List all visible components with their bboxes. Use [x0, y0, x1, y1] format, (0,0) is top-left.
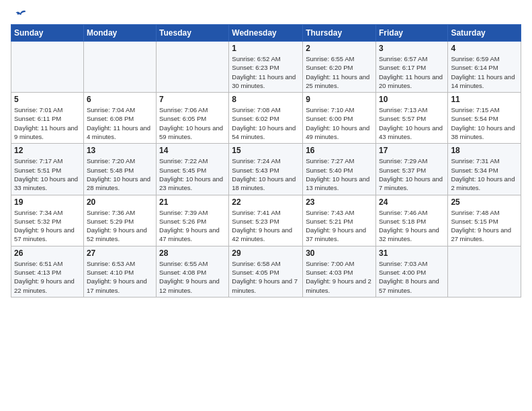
week-row-3: 12Sunrise: 7:17 AM Sunset: 5:51 PM Dayli…: [11, 144, 521, 195]
day-number: 19: [14, 197, 81, 207]
day-info: Sunrise: 7:00 AM Sunset: 4:03 PM Dayligh…: [306, 259, 373, 295]
day-number: 26: [14, 248, 81, 258]
day-number: 15: [232, 146, 300, 155]
week-row-5: 26Sunrise: 6:51 AM Sunset: 4:13 PM Dayli…: [11, 246, 521, 297]
day-info: Sunrise: 7:46 AM Sunset: 5:18 PM Dayligh…: [379, 208, 445, 244]
day-number: 31: [379, 248, 445, 258]
day-cell-13: 13Sunrise: 7:20 AM Sunset: 5:48 PM Dayli…: [83, 144, 156, 195]
day-cell-7: 7Sunrise: 7:06 AM Sunset: 6:05 PM Daylig…: [157, 93, 229, 144]
day-info: Sunrise: 7:41 AM Sunset: 5:23 PM Dayligh…: [232, 208, 300, 244]
day-number: 21: [159, 197, 226, 207]
day-cell-5: 5Sunrise: 7:01 AM Sunset: 6:11 PM Daylig…: [11, 93, 84, 144]
calendar: SundayMondayTuesdayWednesdayThursdayFrid…: [11, 24, 521, 298]
day-info: Sunrise: 7:01 AM Sunset: 6:11 PM Dayligh…: [14, 105, 81, 141]
day-cell-11: 11Sunrise: 7:15 AM Sunset: 5:54 PM Dayli…: [448, 93, 521, 144]
week-row-1: 1Sunrise: 6:52 AM Sunset: 6:23 PM Daylig…: [11, 42, 521, 93]
day-number: 23: [306, 197, 373, 207]
day-number: 7: [159, 95, 226, 104]
day-number: 22: [232, 197, 300, 207]
day-cell-22: 22Sunrise: 7:41 AM Sunset: 5:23 PM Dayli…: [229, 195, 303, 246]
day-number: 3: [379, 44, 445, 53]
week-row-2: 5Sunrise: 7:01 AM Sunset: 6:11 PM Daylig…: [11, 93, 521, 144]
day-info: Sunrise: 7:27 AM Sunset: 5:40 PM Dayligh…: [306, 156, 373, 192]
day-cell-25: 25Sunrise: 7:48 AM Sunset: 5:15 PM Dayli…: [448, 195, 521, 246]
day-info: Sunrise: 6:53 AM Sunset: 4:10 PM Dayligh…: [87, 259, 153, 295]
day-cell-27: 27Sunrise: 6:53 AM Sunset: 4:10 PM Dayli…: [83, 246, 156, 297]
day-number: 8: [232, 95, 300, 104]
day-info: Sunrise: 7:36 AM Sunset: 5:29 PM Dayligh…: [87, 208, 153, 244]
day-number: 18: [451, 146, 518, 155]
day-cell-9: 9Sunrise: 7:10 AM Sunset: 6:00 PM Daylig…: [303, 93, 376, 144]
day-info: Sunrise: 7:03 AM Sunset: 4:00 PM Dayligh…: [379, 259, 445, 295]
day-info: Sunrise: 6:55 AM Sunset: 4:08 PM Dayligh…: [159, 259, 226, 295]
day-info: Sunrise: 7:22 AM Sunset: 5:45 PM Dayligh…: [159, 156, 226, 192]
day-cell-18: 18Sunrise: 7:31 AM Sunset: 5:34 PM Dayli…: [448, 144, 521, 195]
weekday-header-monday: Monday: [83, 25, 156, 42]
empty-cell: [157, 42, 229, 93]
weekday-header-wednesday: Wednesday: [229, 25, 303, 42]
day-info: Sunrise: 7:39 AM Sunset: 5:26 PM Dayligh…: [159, 208, 226, 244]
day-cell-4: 4Sunrise: 6:59 AM Sunset: 6:14 PM Daylig…: [448, 42, 521, 93]
day-info: Sunrise: 7:31 AM Sunset: 5:34 PM Dayligh…: [451, 156, 518, 192]
logo-bird-icon: [13, 7, 27, 20]
day-info: Sunrise: 7:24 AM Sunset: 5:43 PM Dayligh…: [232, 156, 300, 192]
day-number: 20: [87, 197, 153, 207]
logo: [11, 7, 28, 20]
day-cell-2: 2Sunrise: 6:55 AM Sunset: 6:20 PM Daylig…: [303, 42, 376, 93]
day-number: 1: [232, 44, 300, 53]
day-cell-10: 10Sunrise: 7:13 AM Sunset: 5:57 PM Dayli…: [375, 93, 447, 144]
day-cell-26: 26Sunrise: 6:51 AM Sunset: 4:13 PM Dayli…: [11, 246, 84, 297]
page: SundayMondayTuesdayWednesdayThursdayFrid…: [0, 0, 532, 411]
day-info: Sunrise: 6:55 AM Sunset: 6:20 PM Dayligh…: [306, 54, 373, 90]
header: [11, 7, 521, 20]
day-number: 2: [306, 44, 373, 53]
day-cell-30: 30Sunrise: 7:00 AM Sunset: 4:03 PM Dayli…: [303, 246, 376, 297]
day-number: 5: [14, 95, 81, 104]
day-info: Sunrise: 7:15 AM Sunset: 5:54 PM Dayligh…: [451, 105, 518, 141]
day-number: 12: [14, 146, 81, 155]
weekday-header-thursday: Thursday: [303, 25, 376, 42]
weekday-header-saturday: Saturday: [448, 25, 521, 42]
day-info: Sunrise: 6:52 AM Sunset: 6:23 PM Dayligh…: [232, 54, 300, 90]
day-info: Sunrise: 7:29 AM Sunset: 5:37 PM Dayligh…: [379, 156, 445, 192]
day-info: Sunrise: 6:51 AM Sunset: 4:13 PM Dayligh…: [14, 259, 81, 295]
day-cell-3: 3Sunrise: 6:57 AM Sunset: 6:17 PM Daylig…: [375, 42, 447, 93]
weekday-header-friday: Friday: [375, 25, 447, 42]
day-info: Sunrise: 6:57 AM Sunset: 6:17 PM Dayligh…: [379, 54, 445, 90]
weekday-header-row: SundayMondayTuesdayWednesdayThursdayFrid…: [11, 25, 521, 42]
day-number: 30: [306, 248, 373, 258]
day-number: 11: [451, 95, 518, 104]
day-number: 25: [451, 197, 518, 207]
day-cell-15: 15Sunrise: 7:24 AM Sunset: 5:43 PM Dayli…: [229, 144, 303, 195]
day-info: Sunrise: 7:13 AM Sunset: 5:57 PM Dayligh…: [379, 105, 445, 141]
day-cell-31: 31Sunrise: 7:03 AM Sunset: 4:00 PM Dayli…: [375, 246, 447, 297]
day-cell-20: 20Sunrise: 7:36 AM Sunset: 5:29 PM Dayli…: [83, 195, 156, 246]
day-info: Sunrise: 6:59 AM Sunset: 6:14 PM Dayligh…: [451, 54, 518, 90]
day-cell-8: 8Sunrise: 7:08 AM Sunset: 6:02 PM Daylig…: [229, 93, 303, 144]
day-cell-6: 6Sunrise: 7:04 AM Sunset: 6:08 PM Daylig…: [83, 93, 156, 144]
day-number: 13: [87, 146, 153, 155]
day-info: Sunrise: 7:10 AM Sunset: 6:00 PM Dayligh…: [306, 105, 373, 141]
day-info: Sunrise: 7:34 AM Sunset: 5:32 PM Dayligh…: [14, 208, 81, 244]
empty-cell: [11, 42, 84, 93]
day-cell-17: 17Sunrise: 7:29 AM Sunset: 5:37 PM Dayli…: [375, 144, 447, 195]
day-info: Sunrise: 7:08 AM Sunset: 6:02 PM Dayligh…: [232, 105, 300, 141]
day-number: 6: [87, 95, 153, 104]
day-number: 9: [306, 95, 373, 104]
day-info: Sunrise: 7:06 AM Sunset: 6:05 PM Dayligh…: [159, 105, 226, 141]
day-cell-21: 21Sunrise: 7:39 AM Sunset: 5:26 PM Dayli…: [157, 195, 229, 246]
day-cell-1: 1Sunrise: 6:52 AM Sunset: 6:23 PM Daylig…: [229, 42, 303, 93]
week-row-4: 19Sunrise: 7:34 AM Sunset: 5:32 PM Dayli…: [11, 195, 521, 246]
day-number: 10: [379, 95, 445, 104]
day-cell-24: 24Sunrise: 7:46 AM Sunset: 5:18 PM Dayli…: [375, 195, 447, 246]
day-cell-16: 16Sunrise: 7:27 AM Sunset: 5:40 PM Dayli…: [303, 144, 376, 195]
day-number: 4: [451, 44, 518, 53]
day-info: Sunrise: 7:20 AM Sunset: 5:48 PM Dayligh…: [87, 156, 153, 192]
day-cell-19: 19Sunrise: 7:34 AM Sunset: 5:32 PM Dayli…: [11, 195, 84, 246]
day-info: Sunrise: 7:04 AM Sunset: 6:08 PM Dayligh…: [87, 105, 153, 141]
empty-cell: [448, 246, 521, 297]
day-info: Sunrise: 7:43 AM Sunset: 5:21 PM Dayligh…: [306, 208, 373, 244]
day-number: 24: [379, 197, 445, 207]
day-number: 14: [159, 146, 226, 155]
weekday-header-tuesday: Tuesday: [157, 25, 229, 42]
